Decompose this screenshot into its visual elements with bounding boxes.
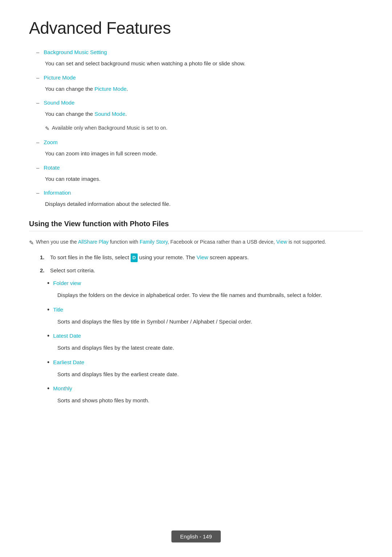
bullet-icon-3: • <box>47 331 49 341</box>
dash-item-3: – Sound Mode <box>36 98 363 107</box>
step-1-text: To sort files in the file lists, select … <box>50 253 249 262</box>
step-2: 2. Select sort criteria. <box>40 266 363 275</box>
step-number-2: 2. <box>40 266 50 275</box>
link-title[interactable]: Title <box>53 305 63 314</box>
step1-prefix: To sort files in the file lists, select <box>50 254 131 260</box>
sound-mode-suffix: . <box>125 111 127 117</box>
body-sound-mode: You can change the Sound Mode. <box>45 109 363 119</box>
page-title: Advanced Features <box>29 18 363 38</box>
bullet-monthly: • Monthly <box>47 384 363 394</box>
link-sound-mode[interactable]: Sound Mode <box>44 98 74 107</box>
picture-mode-suffix: . <box>127 86 128 92</box>
link-family-story[interactable]: Family Story <box>140 239 168 245</box>
page: Advanced Features – Background Music Set… <box>0 0 392 557</box>
link-folder-view[interactable]: Folder view <box>53 278 81 288</box>
step1-mid: using your remote. The <box>138 254 196 260</box>
section-heading: Using the View function with Photo Files <box>29 220 363 231</box>
link-monthly[interactable]: Monthly <box>53 384 72 393</box>
body-information: Displays detailed information about the … <box>45 199 363 209</box>
link-information[interactable]: Information <box>44 188 71 197</box>
link-background-music[interactable]: Background Music Setting <box>44 48 107 57</box>
section-note-suffix: is not supported. <box>287 239 326 245</box>
note-icon-sound: ✎ <box>45 124 50 133</box>
section-note-mid1: function with <box>109 239 140 245</box>
desc-title: Sorts and displays the files by title in… <box>57 317 363 326</box>
link-picture-mode[interactable]: Picture Mode <box>44 73 75 82</box>
note-sound-mode: ✎ Available only when Background Music i… <box>45 124 363 133</box>
dash-bullet-3: – <box>36 98 39 107</box>
note-icon-section: ✎ <box>29 238 34 248</box>
link-allshare[interactable]: AllShare Play <box>78 239 109 245</box>
desc-latest-date: Sorts and displays files by the latest c… <box>57 343 363 353</box>
body-background-music: You can set and select background music … <box>45 59 363 68</box>
section-note-mid2: , Facebook or Picasa rather than a USB d… <box>167 239 276 245</box>
note-sound-text: Available only when Background Music is … <box>52 124 167 133</box>
step1-suffix: screen appears. <box>208 254 249 260</box>
step-1: 1. To sort files in the file lists, sele… <box>40 253 363 262</box>
sound-mode-link[interactable]: Sound Mode <box>94 111 125 117</box>
dash-bullet-1: – <box>36 48 39 57</box>
bullet-folder-view: • Folder view <box>47 278 363 288</box>
dash-item-4: – Zoom <box>36 138 363 147</box>
dash-item-1: – Background Music Setting <box>36 48 363 57</box>
bullet-latest-date: • Latest Date <box>47 331 363 341</box>
link-earliest-date[interactable]: Earliest Date <box>53 358 84 367</box>
dash-item-6: – Information <box>36 188 363 197</box>
dash-item-2: – Picture Mode <box>36 73 363 82</box>
link-view-step1[interactable]: View <box>196 254 208 260</box>
footer: English - 149 <box>171 530 221 542</box>
bullet-earliest-date: • Earliest Date <box>47 358 363 367</box>
bullet-icon-4: • <box>47 358 49 367</box>
dash-bullet-6: – <box>36 188 39 197</box>
section-note-text: When you use the AllShare Play function … <box>36 238 326 247</box>
bullet-icon-5: • <box>47 384 49 394</box>
link-view-note[interactable]: View <box>276 239 287 245</box>
sound-mode-prefix: You can change the <box>45 111 94 117</box>
body-zoom: You can zoom into images in full screen … <box>45 149 363 158</box>
step-number-1: 1. <box>40 253 50 262</box>
link-rotate[interactable]: Rotate <box>44 163 60 172</box>
step-2-text: Select sort criteria. <box>50 266 95 275</box>
picture-mode-prefix: You can change the <box>45 86 94 92</box>
bullet-title: • Title <box>47 305 363 315</box>
dash-bullet-5: – <box>36 163 39 172</box>
dash-bullet-4: – <box>36 138 39 147</box>
desc-folder-view: Displays the folders on the device in al… <box>57 290 363 300</box>
desc-earliest-date: Sorts and displays files by the earliest… <box>57 370 363 379</box>
body-rotate: You can rotate images. <box>45 174 363 184</box>
desc-monthly: Sorts and shows photo files by month. <box>57 396 363 405</box>
dash-bullet-2: – <box>36 73 39 82</box>
section-note: ✎ When you use the AllShare Play functio… <box>29 238 363 248</box>
picture-mode-link[interactable]: Picture Mode <box>94 86 126 92</box>
bullet-icon-2: • <box>47 305 49 315</box>
link-zoom[interactable]: Zoom <box>44 138 57 147</box>
body-picture-mode: You can change the Picture Mode. <box>45 84 363 94</box>
d-button: D <box>131 253 138 262</box>
bullet-icon-1: • <box>47 278 49 288</box>
dash-item-5: – Rotate <box>36 163 363 172</box>
link-latest-date[interactable]: Latest Date <box>53 331 81 341</box>
section-note-prefix: When you use the <box>36 239 78 245</box>
